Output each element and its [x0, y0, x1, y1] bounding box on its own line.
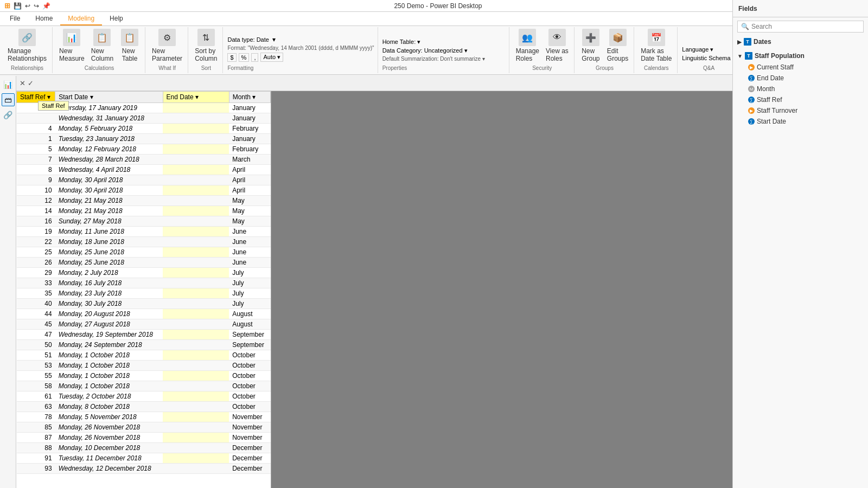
new-table-button[interactable]: 📋 NewTable [118, 27, 142, 64]
dollar-button[interactable]: $ [227, 53, 236, 62]
field-month[interactable]: M Month [733, 84, 868, 94]
cell-start-date: Tuesday, 23 January 2018 [55, 134, 163, 144]
table-row[interactable]: 47Wednesday, 19 September 2018September [17, 330, 271, 340]
table-row[interactable]: 26Monday, 25 June 2018June [17, 258, 271, 268]
linguistic-schema-button[interactable]: Linguistic Schema ▾ [682, 55, 735, 62]
table-row[interactable]: 63Monday, 8 October 2018October [17, 402, 271, 412]
discard-icon[interactable]: ✕ [20, 79, 25, 87]
new-measure-button[interactable]: 📊 NewMeasure [57, 27, 87, 64]
tab-home[interactable]: Home [28, 12, 60, 25]
table-row[interactable]: 1Tuesday, 23 January 2018January [17, 134, 271, 144]
table-row[interactable]: 51Monday, 1 October 2018October [17, 350, 271, 361]
search-input[interactable] [751, 23, 860, 30]
cell-end-date [163, 155, 229, 165]
undo-icon[interactable]: ↩ [25, 2, 30, 10]
sort-by-column-button[interactable]: ⇅ Sort byColumn [193, 27, 219, 64]
header-month[interactable]: Month ▾ [229, 92, 270, 103]
language-button[interactable]: Language ▾ [682, 46, 735, 53]
cell-month: October [229, 381, 270, 391]
right-panel: Fields 🔍 ▶ T Dates ▼ T Staff Population … [732, 0, 868, 488]
redo-icon[interactable]: ↪ [34, 2, 39, 10]
table-row[interactable]: 22Monday, 18 June 2018June [17, 237, 271, 247]
table-row[interactable]: 93Wednesday, 12 December 2018December [17, 464, 271, 474]
table-row[interactable]: 85Monday, 26 November 2018November [17, 422, 271, 433]
header-staff-ref[interactable]: Staff Ref Staff Ref ▾ [17, 92, 55, 103]
header-start-date[interactable]: Start Date ▾ [55, 92, 163, 103]
field-start-date[interactable]: ∑ Start Date [733, 116, 868, 127]
new-table-icon: 📋 [121, 29, 138, 46]
table-row[interactable]: Wednesday, 31 January 2018January [17, 113, 271, 124]
table-row[interactable]: 4Monday, 5 February 2018February [17, 124, 271, 134]
table-row[interactable]: 7Wednesday, 28 March 2018March [17, 155, 271, 165]
table-row[interactable]: 91Tuesday, 11 December 2018December [17, 453, 271, 464]
new-column-button[interactable]: 📋 NewColumn [89, 27, 116, 64]
sidebar-data-icon[interactable]: 🗃 [2, 93, 15, 106]
manage-relationships-button[interactable]: 🔗 ManageRelationships [5, 27, 49, 64]
sidebar-relationships-icon[interactable]: 🔗 [2, 108, 15, 121]
view-as-roles-button[interactable]: 👁 View asRoles [544, 27, 571, 64]
confirm-icon[interactable]: ✓ [28, 79, 34, 87]
field-current-staff[interactable]: ▶ Current Staff [733, 62, 868, 73]
table-row[interactable]: 19Monday, 11 June 2018June [17, 227, 271, 237]
table-row[interactable]: 50Monday, 24 September 2018September [17, 340, 271, 350]
tab-modeling[interactable]: Modeling [60, 12, 102, 25]
cell-month: December [229, 443, 270, 453]
table-row[interactable]: 16Sunday, 27 May 2018May [17, 216, 271, 227]
table-row[interactable]: 45Monday, 27 August 2018August [17, 319, 271, 330]
staff-turnover-label: Staff Turnover [757, 107, 797, 114]
table-scroll[interactable]: Staff Ref Staff Ref ▾ Start Date ▾ End D… [16, 91, 271, 477]
pin-icon[interactable]: 📌 [42, 2, 50, 10]
mark-date-table-button[interactable]: 📅 Mark asDate Table [639, 27, 674, 64]
table-row[interactable]: 33Monday, 16 July 2018July [17, 278, 271, 288]
data-type-dropdown-icon[interactable]: ▾ [272, 36, 276, 43]
table-row[interactable]: 102Thursday, 17 January 2019January [17, 103, 271, 113]
table-row[interactable]: 55Monday, 1 October 2018October [17, 371, 271, 381]
table-row[interactable]: 88Monday, 10 December 2018December [17, 443, 271, 453]
search-box[interactable]: 🔍 [737, 21, 864, 33]
cell-end-date [163, 247, 229, 258]
table-row[interactable]: 9Monday, 30 April 2018April [17, 175, 271, 185]
header-end-date[interactable]: End Date ▾ [163, 92, 229, 103]
manage-roles-button[interactable]: 👥 ManageRoles [514, 27, 541, 64]
tab-help[interactable]: Help [102, 12, 131, 25]
cell-staff-ref: 16 [17, 216, 55, 227]
cell-end-date [163, 124, 229, 134]
new-parameter-button[interactable]: ⚙ NewParameter [150, 27, 184, 64]
table-row[interactable]: 53Monday, 1 October 2018October [17, 361, 271, 371]
new-group-button[interactable]: ➕ NewGroup [579, 27, 603, 64]
table-row[interactable]: 25Monday, 25 June 2018June [17, 247, 271, 258]
cell-staff-ref: 87 [17, 433, 55, 443]
table-row[interactable]: 61Tuesday, 2 October 2018October [17, 391, 271, 402]
field-end-date[interactable]: ∑ End Date [733, 73, 868, 84]
percent-button[interactable]: % [239, 53, 250, 62]
table-row[interactable]: 8Wednesday, 4 April 2018April [17, 165, 271, 175]
field-section-staff-population: ▼ T Staff Population ▶ Current Staff ∑ E… [733, 50, 868, 127]
table-row[interactable]: 78Monday, 5 November 2018November [17, 412, 271, 422]
cell-end-date [163, 144, 229, 155]
field-section-dates-header[interactable]: ▶ T Dates [733, 36, 868, 48]
edit-groups-button[interactable]: 📦 EditGroups [605, 27, 630, 64]
sidebar-report-icon[interactable]: 📊 [2, 78, 15, 91]
table-row[interactable]: 10Monday, 30 April 2018April [17, 185, 271, 196]
ribbon-group-sort: ⇅ Sort byColumn Sort [189, 27, 223, 73]
table-row[interactable]: 87Monday, 26 November 2018November [17, 433, 271, 443]
cell-start-date: Monday, 27 August 2018 [55, 319, 163, 330]
field-staff-ref[interactable]: ∑ Staff Ref [733, 94, 868, 105]
table-row[interactable]: 5Monday, 12 February 2018February [17, 144, 271, 155]
table-row[interactable]: 14Monday, 21 May 2018May [17, 206, 271, 216]
table-row[interactable]: 35Monday, 23 July 2018July [17, 288, 271, 299]
field-section-staff-header[interactable]: ▼ T Staff Population [733, 50, 868, 62]
format-label: Format: "Wednesday, 14 March 2001 (dddd,… [227, 45, 374, 51]
cell-end-date [163, 330, 229, 340]
table-row[interactable]: 44Monday, 20 August 2018August [17, 309, 271, 319]
table-row[interactable]: 40Monday, 30 July 2018July [17, 299, 271, 309]
cell-end-date [163, 412, 229, 422]
field-staff-turnover[interactable]: ▶ Staff Turnover [733, 105, 868, 116]
tab-file[interactable]: File [2, 12, 28, 25]
quick-save-icon[interactable]: 💾 [14, 2, 22, 10]
auto-dropdown[interactable]: Auto ▾ [260, 53, 283, 62]
comma-button[interactable]: , [251, 53, 258, 62]
table-row[interactable]: 12Monday, 21 May 2018May [17, 196, 271, 206]
table-row[interactable]: 58Monday, 1 October 2018October [17, 381, 271, 391]
table-row[interactable]: 29Monday, 2 July 2018July [17, 268, 271, 278]
